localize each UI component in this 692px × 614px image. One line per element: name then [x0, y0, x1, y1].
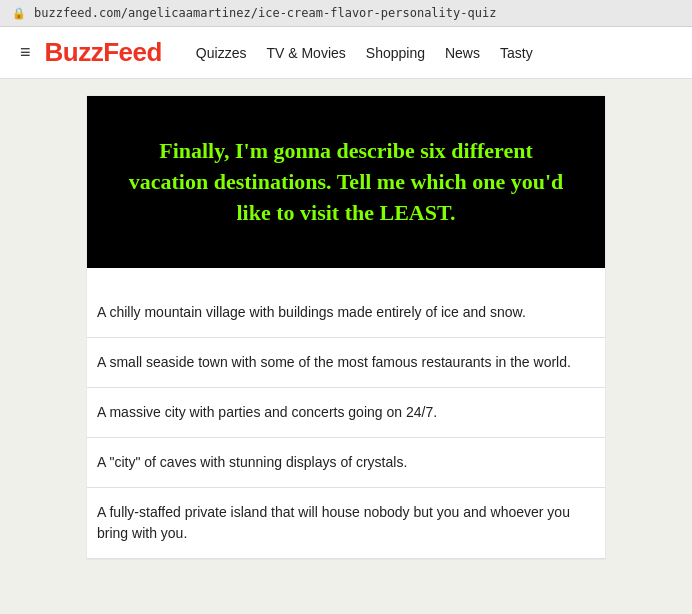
nav-item-shopping[interactable]: Shopping [356, 44, 435, 62]
answer-option-0[interactable]: A chilly mountain village with buildings… [87, 288, 605, 338]
nav-link-news[interactable]: News [435, 41, 490, 65]
content-card: Finally, I'm gonna describe six differen… [86, 95, 606, 560]
buzzfeed-logo[interactable]: BuzzFeed [45, 37, 162, 68]
page-wrapper: Finally, I'm gonna describe six differen… [0, 79, 692, 614]
nav-link-shopping[interactable]: Shopping [356, 41, 435, 65]
url-text: buzzfeed.com/angelicaamartinez/ice-cream… [34, 6, 496, 20]
address-bar: 🔒 buzzfeed.com/angelicaamartinez/ice-cre… [0, 0, 692, 27]
nav-item-news[interactable]: News [435, 44, 490, 62]
lock-icon: 🔒 [12, 7, 26, 20]
answer-options: A chilly mountain village with buildings… [87, 288, 605, 559]
nav-links: Quizzes TV & Movies Shopping News Tasty [186, 44, 543, 62]
nav-link-tv-movies[interactable]: TV & Movies [256, 41, 355, 65]
quiz-banner: Finally, I'm gonna describe six differen… [87, 96, 605, 268]
answer-option-3[interactable]: A "city" of caves with stunning displays… [87, 438, 605, 488]
answer-option-1[interactable]: A small seaside town with some of the mo… [87, 338, 605, 388]
nav-link-quizzes[interactable]: Quizzes [186, 41, 257, 65]
nav-item-tasty[interactable]: Tasty [490, 44, 543, 62]
quiz-question-text: Finally, I'm gonna describe six differen… [117, 136, 575, 228]
navbar: ≡ BuzzFeed Quizzes TV & Movies Shopping … [0, 27, 692, 79]
answer-option-4[interactable]: A fully-staffed private island that will… [87, 488, 605, 559]
hamburger-icon[interactable]: ≡ [20, 42, 31, 63]
nav-item-tv-movies[interactable]: TV & Movies [256, 44, 355, 62]
answer-option-2[interactable]: A massive city with parties and concerts… [87, 388, 605, 438]
nav-link-tasty[interactable]: Tasty [490, 41, 543, 65]
nav-item-quizzes[interactable]: Quizzes [186, 44, 257, 62]
